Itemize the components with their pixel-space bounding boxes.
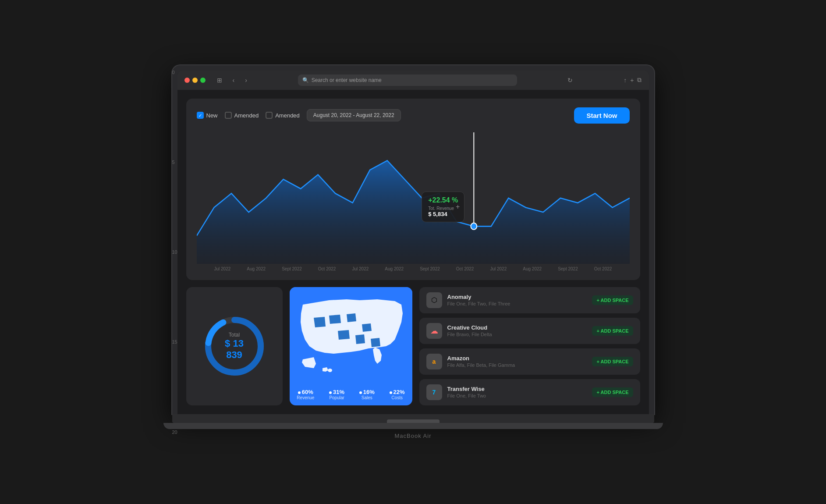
list-item-anomaly: ⬡ Anomaly File One, File Two, File Three… [419,287,640,313]
amended1-checkbox[interactable] [225,112,232,119]
minimize-button[interactable] [192,78,198,83]
chart-header: New Amended Amended August 20, 2022 - Au… [197,107,630,124]
x-label-3: Sept 2022 [282,266,302,271]
browser-toolbar: ⊞ ‹ › 🔍 Search or enter website name ↻ ↑… [177,71,649,90]
x-label-2: Aug 2022 [247,266,266,271]
close-button[interactable] [184,78,190,83]
costs-pct: 22% [394,389,405,395]
x-label-11: Sept 2022 [558,266,578,271]
x-label-5: Jul 2022 [352,266,369,271]
x-label-10: Aug 2022 [523,266,542,271]
anomaly-title: Anomaly [447,294,587,300]
amended2-checkbox[interactable] [266,112,273,119]
transferwise-info: Transfer Wise File One, File Two [447,386,587,398]
x-label-12: Oct 2022 [594,266,612,271]
donut-value: $ 13 839 [217,338,252,361]
x-label-9: Jul 2022 [490,266,507,271]
amazon-icon: a [426,354,442,369]
costs-label: Costs [390,395,405,400]
service-list-panel: ⬡ Anomaly File One, File Two, File Three… [419,287,640,405]
browser-content: New Amended Amended August 20, 2022 - Au… [177,90,649,414]
revenue-dot [298,391,301,394]
x-label-1: Jul 2022 [214,266,231,271]
amended1-checkbox-item: Amended [225,112,259,119]
amazon-title: Amazon [447,355,587,362]
anomaly-sub: File One, File Two, File Three [447,301,587,306]
share-button[interactable]: ↑ [624,76,627,84]
revenue-pct: 60% [302,389,313,395]
address-text: Search or enter website name [312,77,382,83]
back-button[interactable]: ‹ [230,75,238,85]
svg-point-6 [328,369,332,372]
amazon-sub: File Alfa, File Beta, File Gamma [447,362,587,368]
chart-svg [197,132,630,264]
start-now-button[interactable]: Start Now [574,107,629,124]
map-panel: 60% Revenue 31% Popular 16% Sales [290,287,412,405]
svg-point-1 [471,223,477,229]
amazon-info: Amazon File Alfa, File Beta, File Gamma [447,355,587,368]
donut-chart: Total $ 13 839 [199,311,269,381]
new-label: New [206,112,218,119]
x-label-4: Oct 2022 [318,266,336,271]
x-axis-labels: Jul 2022 Aug 2022 Sept 2022 Oct 2022 Jul… [197,264,630,271]
transferwise-icon: 7 [426,384,442,400]
tab-overview-button[interactable]: ⧉ [637,76,642,84]
map-stat-costs: 22% Costs [390,389,405,400]
transferwise-add-space-button[interactable]: + ADD SPACE [592,387,633,397]
map-stat-popular: 31% Popular [329,389,344,400]
costs-dot [390,391,392,394]
maximize-button[interactable] [200,78,206,83]
sidebar-toggle-button[interactable]: ⊞ [214,75,225,85]
list-item-creative-cloud: ☁ Creative Cloud File Bravo, File Delta … [419,318,640,344]
laptop-base [163,423,663,429]
forward-button[interactable]: › [242,75,250,85]
donut-label: Total [217,332,252,338]
new-checkbox[interactable] [197,112,204,119]
creative-cloud-add-space-button[interactable]: + ADD SPACE [592,326,633,336]
sales-label: Sales [359,395,375,400]
amazon-add-space-button[interactable]: + ADD SPACE [592,357,633,366]
search-icon: 🔍 [302,77,309,83]
creative-cloud-info: Creative Cloud File Bravo, File Delta [447,324,587,337]
amended1-label: Amended [234,112,259,119]
map-stats: 60% Revenue 31% Popular 16% Sales [290,389,412,400]
bottom-panels: Total $ 13 839 [186,287,640,405]
new-checkbox-item: New [197,112,218,119]
macbook-label: MacBook Air [172,433,654,439]
laptop-bottom-bezel [172,414,654,423]
x-label-7: Sept 2022 [420,266,440,271]
popular-label: Popular [329,395,344,400]
creative-cloud-title: Creative Cloud [447,324,587,331]
donut-center: Total $ 13 839 [217,332,252,361]
browser-actions: ↑ + ⧉ [624,76,642,84]
traffic-lights [184,78,206,83]
sales-dot [359,391,362,394]
sales-pct: 16% [363,389,375,395]
creative-cloud-sub: File Bravo, File Delta [447,332,587,337]
x-label-6: Aug 2022 [385,266,404,271]
anomaly-add-space-button[interactable]: + ADD SPACE [592,295,633,305]
address-bar[interactable]: 🔍 Search or enter website name [298,75,517,86]
chart-panel: New Amended Amended August 20, 2022 - Au… [186,99,640,280]
new-tab-button[interactable]: + [630,76,634,84]
revenue-label: Revenue [297,395,314,400]
map-stat-revenue: 60% Revenue [297,389,314,400]
popular-dot [329,391,332,394]
anomaly-icon: ⬡ [426,292,442,308]
map-stat-sales: 16% Sales [359,389,375,400]
creative-cloud-icon: ☁ [426,323,442,339]
refresh-button[interactable]: ↻ [565,75,575,85]
transferwise-title: Transfer Wise [447,386,587,392]
chart-area: +22.54 % Tot. Revenue $ 5,834 + [197,132,630,264]
date-range-button[interactable]: August 20, 2022 - August 22, 2022 [307,109,401,121]
list-item-transferwise: 7 Transfer Wise File One, File Two + ADD… [419,379,640,405]
us-map-svg [290,287,412,383]
laptop-notch [387,419,440,423]
donut-panel: Total $ 13 839 [186,287,283,405]
x-label-8: Oct 2022 [456,266,474,271]
amended2-checkbox-item: Amended [266,112,300,119]
list-item-amazon: a Amazon File Alfa, File Beta, File Gamm… [419,348,640,375]
transferwise-sub: File One, File Two [447,393,587,398]
amended2-label: Amended [275,112,300,119]
popular-pct: 31% [333,389,344,395]
